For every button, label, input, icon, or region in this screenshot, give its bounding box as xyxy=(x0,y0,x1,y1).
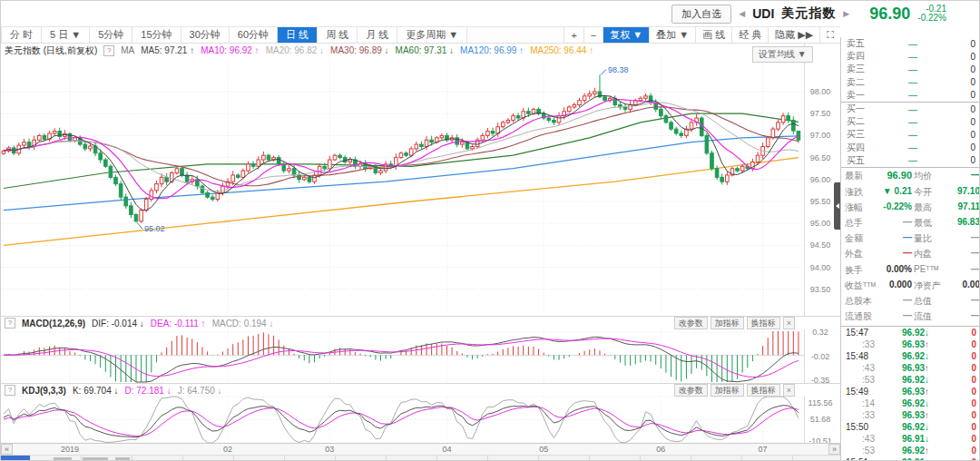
svg-text:98.38: 98.38 xyxy=(608,65,629,74)
help-icon[interactable]: ? xyxy=(5,385,15,396)
level-volume: 0 xyxy=(948,155,975,165)
tick-arrow-icon: ↑ xyxy=(925,410,929,420)
tick-row-7[interactable]: :3396.93↑0 xyxy=(841,409,980,421)
tab-period-6[interactable]: 日 线 xyxy=(278,27,318,43)
tab-period-4[interactable]: 30分钟 xyxy=(181,27,230,43)
detail-label-2: 涨跌 xyxy=(843,184,876,200)
clipped-cell xyxy=(538,456,590,461)
tick-volume: 0 xyxy=(953,434,976,444)
tick-row-3[interactable]: :4396.93↑0 xyxy=(841,362,980,374)
detail-value-11: — xyxy=(944,247,980,262)
tool-button-0[interactable]: + xyxy=(564,27,583,43)
tick-row-9[interactable]: :4396.91↓0 xyxy=(841,433,980,445)
tick-volume: 0 xyxy=(953,387,976,397)
axis-tick-04: 04 xyxy=(442,445,451,454)
svg-text:94.50: 94.50 xyxy=(810,240,831,250)
detail-label-17: 总值 xyxy=(912,293,944,309)
tab-period-5[interactable]: 60分钟 xyxy=(230,27,278,43)
add-to-watchlist-button[interactable]: 加入自选 xyxy=(671,5,731,24)
detail-value-13: — xyxy=(944,262,980,278)
last-price: 96.90 xyxy=(869,5,910,24)
clipped-cell xyxy=(589,456,641,461)
axis-tick-07: 07 xyxy=(759,445,768,454)
tick-row-2[interactable]: 15:4896.92↓0 xyxy=(841,350,980,362)
tick-arrow-icon: ↑ xyxy=(925,363,929,373)
legend-item-9: MA250: 96.44 ↑ xyxy=(530,45,593,55)
tab-period-2[interactable]: 5分钟 xyxy=(90,27,132,43)
tab-period-0[interactable]: 分 时 xyxy=(1,27,42,43)
tab-period-1[interactable]: 5 日 ▼ xyxy=(42,27,90,43)
tick-price: 96.91↓ xyxy=(878,434,953,444)
tool-button-4[interactable]: 画 线 xyxy=(695,27,731,43)
tick-row-4[interactable]: :5396.92↓0 xyxy=(841,374,980,386)
macd-button-2[interactable]: 换指标 xyxy=(747,317,780,329)
level-price-dash: — xyxy=(877,130,948,140)
clipped-cell xyxy=(741,456,793,461)
svg-text:95.00: 95.00 xyxy=(810,219,831,228)
macd-close-button[interactable]: × xyxy=(783,317,795,329)
axis-scroll-right-button[interactable]: » xyxy=(828,444,840,455)
clipped-cell xyxy=(691,456,742,461)
svg-text:97.00: 97.00 xyxy=(810,131,831,140)
tick-row-5[interactable]: 15:4996.93↑0 xyxy=(841,386,980,397)
kdj-button-2[interactable]: 换指标 xyxy=(747,384,780,397)
level-label: 卖四 xyxy=(847,50,877,63)
level-price-dash: — xyxy=(877,77,948,87)
detail-value-16: — xyxy=(876,293,912,309)
macd-button-1[interactable]: 加指标 xyxy=(710,317,744,329)
tick-list[interactable]: 15:4796.92↓0:3396.93↑015:4896.92↓0:4396.… xyxy=(841,327,980,461)
tick-time: :33 xyxy=(846,339,878,349)
tab-period-3[interactable]: 15分钟 xyxy=(132,27,181,43)
tool-button-6[interactable]: 隐藏 ▶▶ xyxy=(768,27,819,43)
clipped-selected-cell xyxy=(1,456,30,461)
level-label: 卖五 xyxy=(847,37,877,50)
ma-settings-button[interactable]: 设置均线 ▼ xyxy=(752,46,813,63)
axis-scroll-left-button[interactable]: « xyxy=(1,444,13,455)
detail-value-5: 97.11 xyxy=(944,200,980,215)
clipped-cell xyxy=(487,456,539,461)
panel-collapse-handle[interactable] xyxy=(834,182,840,230)
prev-symbol-icon[interactable]: ◀ xyxy=(739,9,745,18)
topbar: 加入自选 ◀ UDI 美元指数 ▶ 96.90 -0.21 -0.22% xyxy=(1,1,980,26)
axis-tick-05: 05 xyxy=(539,445,548,454)
kdj-pane: ?KDJ(9,3,3)K: 69.704 ↓D: 72.181 ↓J: 64.7… xyxy=(1,383,840,443)
tick-time: :14 xyxy=(846,398,878,408)
detail-label-0: 最新 xyxy=(843,169,876,184)
candlestick-chart-svg: 98.0097.5097.0096.5096.0095.5095.0094.50… xyxy=(1,44,840,316)
help-icon[interactable]: ? xyxy=(103,45,114,56)
level-price-dash: — xyxy=(877,117,948,127)
next-symbol-icon[interactable]: ▶ xyxy=(843,9,849,18)
macd-button-0[interactable]: 改参数 xyxy=(674,317,708,329)
tab-period-8[interactable]: 月 线 xyxy=(358,27,397,43)
buy-level-row-4: 买五—0 xyxy=(841,154,980,167)
tick-price: 96.93↑ xyxy=(878,339,953,349)
level-label: 买一 xyxy=(847,103,877,115)
axis-tick-03: 03 xyxy=(325,445,334,454)
tick-row-10[interactable]: :5396.92↑0 xyxy=(841,445,980,456)
tool-button-5[interactable]: 经 典 xyxy=(731,27,768,43)
help-icon[interactable]: ? xyxy=(5,318,15,329)
detail-value-1: — xyxy=(944,169,980,184)
level-label: 买二 xyxy=(847,115,877,128)
tick-time: :53 xyxy=(846,446,878,456)
kdj-close-button[interactable]: × xyxy=(783,384,795,397)
tick-row-1[interactable]: :3396.93↑0 xyxy=(841,338,980,350)
tick-row-0[interactable]: 15:4796.92↓0 xyxy=(841,327,980,338)
tick-row-6[interactable]: :1496.92↓0 xyxy=(841,397,980,409)
tool-button-3[interactable]: 叠加 ▼ xyxy=(649,27,695,43)
kdj-button-0[interactable]: 改参数 xyxy=(674,384,708,397)
tab-period-7[interactable]: 周 线 xyxy=(318,27,358,43)
price-change-pct: -0.22% xyxy=(917,14,946,23)
tick-row-11[interactable]: 15:5196.91↓0 xyxy=(841,456,980,461)
tab-period-9[interactable]: 更多周期 ▼ xyxy=(397,27,467,43)
tool-button-1[interactable]: − xyxy=(583,27,603,43)
kdj-button-1[interactable]: 加指标 xyxy=(710,384,744,397)
detail-value-12: 0.00% xyxy=(876,262,912,278)
tool-button-2[interactable]: 复权 ▼ xyxy=(603,27,649,43)
detail-label-5: 最高 xyxy=(912,200,944,215)
tick-row-8[interactable]: 15:5096.92↓0 xyxy=(841,421,980,433)
tool-button-7[interactable]: ⛶ xyxy=(819,27,840,43)
level-volume: 0 xyxy=(948,39,975,49)
detail-label-8: 金额 xyxy=(843,231,876,247)
tick-price: 96.92↓ xyxy=(878,328,953,338)
